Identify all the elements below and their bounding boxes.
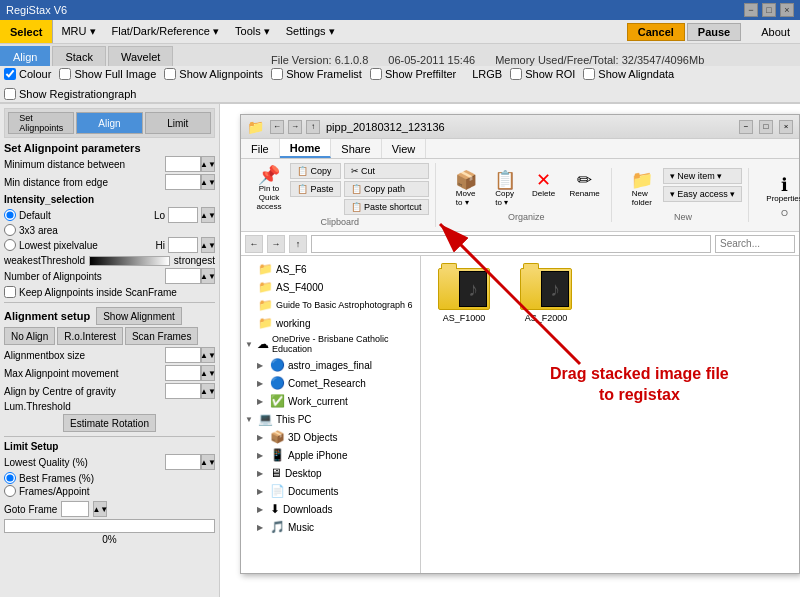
limit-btn[interactable]: Limit	[145, 112, 211, 134]
tree-item-iphone[interactable]: ▶ 📱 Apple iPhone	[241, 446, 420, 464]
showroi-checkbox[interactable]	[510, 68, 522, 80]
about-button[interactable]: About	[751, 24, 800, 40]
nav-fwd-btn[interactable]: →	[267, 235, 285, 253]
estimate-rotation-btn[interactable]: Estimate Rotation	[63, 414, 156, 432]
lowest-quality-spin[interactable]: ▲▼	[201, 454, 215, 470]
tree-item[interactable]: 📁 AS_F6	[241, 260, 420, 278]
copy-btn[interactable]: 📋 Copy	[290, 163, 341, 179]
tree-item-desktop[interactable]: ▶ 🖥 Desktop	[241, 464, 420, 482]
align-gravity-spin[interactable]: ▲▼	[201, 383, 215, 399]
threshold-bar[interactable]	[89, 256, 170, 266]
ribbon-tab-share[interactable]: Share	[331, 139, 381, 158]
keep-inside-checkbox[interactable]	[4, 286, 16, 298]
showpreffilter-checkbox[interactable]	[370, 68, 382, 80]
tree-item-work[interactable]: ▶ ✅ Work_current	[241, 392, 420, 410]
ribbon-tab-home[interactable]: Home	[280, 139, 332, 158]
min-distance-input[interactable]: 30	[165, 156, 201, 172]
explorer-close-btn[interactable]: ×	[779, 120, 793, 134]
hi-spin[interactable]: ▲▼	[201, 237, 215, 253]
pause-button[interactable]: Pause	[687, 23, 741, 41]
radio-default[interactable]	[4, 209, 16, 221]
settings-menu[interactable]: Settings ▾	[278, 20, 343, 43]
explorer-minimize-btn[interactable]: −	[739, 120, 753, 134]
num-alignpoints-spin[interactable]: ▲▼	[201, 268, 215, 284]
cancel-button[interactable]: Cancel	[627, 23, 685, 41]
tree-item-3d[interactable]: ▶ 📦 3D Objects	[241, 428, 420, 446]
tree-item[interactable]: 📁 AS_F4000	[241, 278, 420, 296]
address-input[interactable]: This PC › OS (C:) › working › pipp_20180…	[311, 235, 711, 253]
tab-stack[interactable]: Stack	[52, 46, 106, 66]
showframelist-checkbox[interactable]	[271, 68, 283, 80]
new-item-btn[interactable]: ▾ New item ▾	[663, 168, 743, 184]
paste-btn[interactable]: 📋 Paste	[290, 181, 341, 197]
explorer-back-icon[interactable]: ←	[270, 120, 284, 134]
alignbox-spin[interactable]: ▲▼	[201, 347, 215, 363]
showregistration-checkbox[interactable]	[4, 88, 16, 100]
radio-lowest[interactable]	[4, 239, 16, 251]
minimize-btn[interactable]: −	[744, 3, 758, 17]
tree-thispc[interactable]: ▼ 💻 This PC	[241, 410, 420, 428]
copy-path-btn[interactable]: 📋 Copy path	[344, 181, 429, 197]
tree-item-music[interactable]: ▶ 🎵 Music	[241, 518, 420, 536]
tree-item-comet[interactable]: ▶ 🔵 Comet_Research	[241, 374, 420, 392]
colour-checkbox[interactable]	[4, 68, 16, 80]
new-folder-btn[interactable]: 📁 Newfolder	[624, 168, 660, 210]
lowest-quality-input[interactable]: 100	[165, 454, 201, 470]
copy-to-btn[interactable]: 📋 Copyto ▾	[487, 168, 523, 210]
rename-btn[interactable]: ✏ Rename	[565, 168, 605, 210]
alignbox-input[interactable]: 30	[165, 347, 201, 363]
flat-menu[interactable]: Flat/Dark/Reference ▾	[104, 20, 227, 43]
pin-quick-btn[interactable]: 📌 Pin to Quickaccess	[251, 163, 287, 215]
align-gravity-input[interactable]: 0	[165, 383, 201, 399]
showaligndata-checkbox[interactable]	[583, 68, 595, 80]
maximize-btn[interactable]: □	[762, 3, 776, 17]
hi-input[interactable]: 230	[168, 237, 198, 253]
no-align-btn[interactable]: No Align	[4, 327, 55, 345]
ribbon-tab-view[interactable]: View	[382, 139, 427, 158]
tree-item-docs[interactable]: ▶ 📄 Documents	[241, 482, 420, 500]
set-alignpoints-btn[interactable]: SetAlignpoints	[8, 112, 74, 134]
showalign-checkbox[interactable]	[164, 68, 176, 80]
tree-onedrive[interactable]: ▼ ☁ OneDrive - Brisbane Catholic Educati…	[241, 332, 420, 356]
nav-up-btn[interactable]: ↑	[289, 235, 307, 253]
tab-wavelet[interactable]: Wavelet	[108, 46, 173, 66]
delete-btn[interactable]: ✕ Delete	[526, 168, 562, 210]
tree-item-downloads[interactable]: ▶ ⬇ Downloads	[241, 500, 420, 518]
file-item-asf1000[interactable]: ♪ AS_F1000	[429, 264, 499, 327]
move-to-btn[interactable]: 📦 Moveto ▾	[448, 168, 484, 210]
close-btn[interactable]: ×	[780, 3, 794, 17]
properties-btn[interactable]: ℹ Properties	[761, 173, 800, 206]
show-alignment-btn[interactable]: Show Alignment	[96, 307, 182, 325]
align-btn[interactable]: Align	[76, 112, 142, 134]
frames-appoint-radio[interactable]	[4, 485, 16, 497]
min-edge-input[interactable]: 20	[165, 174, 201, 190]
lo-spin[interactable]: ▲▼	[201, 207, 215, 223]
tree-item[interactable]: 📁 Guide To Basic Astrophotograph 6	[241, 296, 420, 314]
best-frames-radio[interactable]	[4, 472, 16, 484]
min-edge-spin[interactable]: ▲▼	[201, 174, 215, 190]
easy-access-btn[interactable]: ▾ Easy access ▾	[663, 186, 743, 202]
file-item-asf2000[interactable]: ♪ AS_F2000	[511, 264, 581, 327]
min-distance-spin[interactable]: ▲▼	[201, 156, 215, 172]
radio-3x3[interactable]	[4, 224, 16, 236]
num-alignpoints-input[interactable]: 0	[165, 268, 201, 284]
max-move-spin[interactable]: ▲▼	[201, 365, 215, 381]
explorer-up-icon[interactable]: ↑	[306, 120, 320, 134]
lo-input[interactable]: 30	[168, 207, 198, 223]
showfull-checkbox[interactable]	[59, 68, 71, 80]
select-menu[interactable]: Select	[0, 20, 53, 43]
explorer-fwd-icon[interactable]: →	[288, 120, 302, 134]
tools-menu[interactable]: Tools ▾	[227, 20, 278, 43]
ribbon-tab-file[interactable]: File	[241, 139, 280, 158]
goto-input[interactable]: 1	[61, 501, 89, 517]
search-input[interactable]	[715, 235, 795, 253]
tree-item[interactable]: 📁 working	[241, 314, 420, 332]
cut-btn[interactable]: ✂ Cut	[344, 163, 429, 179]
mru-menu[interactable]: MRU ▾	[53, 20, 103, 43]
tab-align[interactable]: Align	[0, 46, 50, 66]
scan-frames-btn[interactable]: Scan Frames	[125, 327, 198, 345]
paste-shortcut-btn[interactable]: 📋 Paste shortcut	[344, 199, 429, 215]
goto-spin[interactable]: ▲▼	[93, 501, 107, 517]
max-move-input[interactable]: 5	[165, 365, 201, 381]
explorer-maximize-btn[interactable]: □	[759, 120, 773, 134]
